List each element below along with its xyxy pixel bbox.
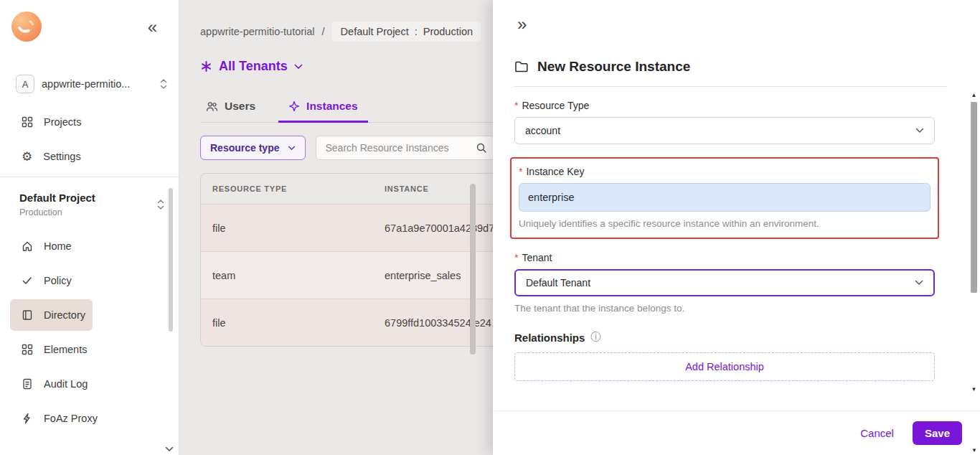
sidebar-item-projects[interactable]: Projects: [0, 105, 179, 139]
project-name: Default Project: [19, 192, 157, 204]
sidebar-item-label: Home: [44, 240, 72, 252]
instance-key-highlight-box: * Instance Key Uniquely identifies a spe…: [510, 157, 939, 239]
sidebar-item-label: Directory: [44, 309, 85, 321]
chevron-down-icon: [294, 64, 303, 70]
resource-type-select[interactable]: account: [514, 117, 935, 144]
chevron-updown-icon: [160, 78, 167, 90]
workspace-avatar: A: [16, 75, 34, 93]
lightning-icon: [22, 413, 33, 424]
cell-resource-type: file: [201, 222, 373, 234]
cancel-button[interactable]: Cancel: [860, 427, 894, 439]
panel-expand-button[interactable]: »: [517, 16, 527, 33]
tab-users[interactable]: Users: [206, 100, 255, 122]
sparkle-icon: [288, 100, 300, 112]
cell-resource-type: file: [201, 317, 373, 329]
sidebar-item-foaz-proxy[interactable]: FoAz Proxy: [10, 403, 105, 434]
project-environment: Production: [19, 207, 157, 217]
search-input[interactable]: [325, 142, 476, 154]
add-relationship-button[interactable]: Add Relationship: [514, 352, 935, 381]
resource-type-label-text: Resource Type: [522, 100, 589, 111]
table-header-resource-type: RESOURCE TYPE: [201, 184, 373, 193]
sidebar-item-directory[interactable]: Directory: [10, 299, 93, 331]
instance-key-label: * Instance Key: [519, 166, 930, 177]
page-scrollbar-down-arrow[interactable]: ▼: [971, 447, 977, 454]
grid-icon: [22, 116, 33, 128]
relationships-label: Relationships: [514, 332, 585, 344]
panel-scrollbar-thumb[interactable]: [971, 102, 977, 293]
folder-icon: [514, 60, 529, 73]
document-list-icon: [22, 378, 33, 390]
tab-bar: Users Instances: [200, 100, 494, 123]
chevron-down-icon: [915, 280, 923, 286]
tenant-help: The tenant that the instance belongs to.: [514, 303, 937, 314]
info-icon[interactable]: ⓘ: [590, 331, 600, 344]
resource-type-label: * Resource Type: [514, 100, 937, 111]
tenant-value: Default Tenant: [526, 277, 590, 289]
table-scrollbar-thumb[interactable]: [470, 184, 476, 355]
tab-label: Users: [225, 100, 255, 113]
required-marker: *: [514, 252, 518, 263]
scrollbar-up-arrow[interactable]: ▲: [969, 90, 979, 100]
search-icon[interactable]: [476, 142, 487, 154]
panel-title: New Resource Instance: [537, 59, 690, 75]
panel-scrollbar: ▲ ▼: [969, 90, 979, 395]
grid-icon: [22, 344, 33, 355]
search-box: [316, 136, 495, 160]
sidebar: « A appwrite-permitio... Projects ⚙ Sett…: [0, 0, 179, 455]
sidebar-item-audit-log[interactable]: Audit Log: [10, 368, 95, 400]
sidebar-item-label: Settings: [43, 151, 80, 162]
chevron-updown-icon: [157, 199, 164, 210]
panel-footer: Cancel Save: [493, 411, 980, 455]
breadcrumb-separator: /: [322, 26, 325, 37]
tenant-label-text: Tenant: [522, 252, 552, 263]
sidebar-scrollbar-thumb[interactable]: [169, 188, 173, 332]
resource-type-filter-label: Resource type: [210, 142, 279, 154]
project-selector[interactable]: Default Project Production: [0, 177, 179, 228]
relationships-label-row: Relationships ⓘ: [514, 331, 937, 344]
scrollbar-down-arrow[interactable]: ▼: [969, 385, 979, 395]
required-marker: *: [519, 166, 522, 177]
home-icon: [22, 240, 33, 252]
tenant-selector-label: All Tenants: [219, 59, 288, 74]
check-icon: [22, 275, 33, 286]
sidebar-item-label: Elements: [44, 344, 87, 355]
panel-divider: [514, 86, 947, 87]
project-info: Default Project Production: [19, 192, 157, 217]
instance-key-label-text: Instance Key: [526, 166, 584, 177]
breadcrumb-workspace[interactable]: appwrite-permitio-tutorial: [200, 26, 315, 37]
logo-mark-icon: [11, 11, 42, 42]
sidebar-item-label: Policy: [44, 275, 72, 286]
breadcrumb-project-pill[interactable]: Default Project : Production: [332, 22, 481, 42]
tenant-label: * Tenant: [514, 252, 937, 263]
tab-instances[interactable]: Instances: [288, 100, 358, 122]
tenant-select[interactable]: Default Tenant: [514, 269, 935, 296]
instance-key-help: Uniquely identifies a specific resource …: [519, 218, 930, 229]
tenant-selector[interactable]: All Tenants: [200, 59, 303, 74]
breadcrumb-colon: :: [415, 26, 418, 37]
breadcrumb-environment: Production: [423, 26, 473, 37]
breadcrumb-project: Default Project: [341, 26, 409, 37]
sidebar-item-home[interactable]: Home: [10, 230, 79, 262]
panel-title-row: New Resource Instance: [514, 59, 937, 75]
instance-key-input[interactable]: [519, 183, 930, 212]
app-root: « A appwrite-permitio... Projects ⚙ Sett…: [0, 0, 980, 455]
sidebar-item-label: Audit Log: [44, 378, 88, 390]
sidebar-item-policy[interactable]: Policy: [10, 265, 79, 296]
sidebar-item-elements[interactable]: Elements: [10, 334, 94, 365]
workspace-name: appwrite-permitio...: [42, 78, 153, 90]
resource-type-filter-button[interactable]: Resource type: [200, 136, 306, 160]
cell-resource-type: team: [201, 270, 373, 281]
resource-type-value: account: [525, 125, 560, 136]
scroll-down-chevron-icon[interactable]: [165, 446, 174, 452]
directory-book-icon: [22, 309, 33, 321]
sidebar-item-settings[interactable]: ⚙ Settings: [0, 139, 179, 174]
chevron-down-icon: [915, 128, 924, 133]
sidebar-collapse-button[interactable]: «: [148, 19, 157, 36]
sidebar-nav: Home Policy Directory Elements: [0, 230, 179, 434]
workspace-selector[interactable]: A appwrite-permitio...: [0, 59, 179, 105]
new-resource-instance-panel: » New Resource Instance * Resource Type …: [493, 0, 980, 455]
save-button[interactable]: Save: [913, 421, 962, 445]
permit-logo: [11, 11, 42, 42]
gear-icon: ⚙: [22, 151, 32, 163]
required-marker: *: [514, 100, 518, 111]
